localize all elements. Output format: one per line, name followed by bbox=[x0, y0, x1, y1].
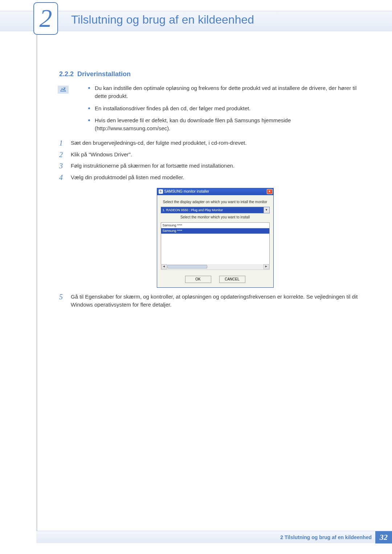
step-text: Følg instruktionerne på skærmen for at f… bbox=[71, 163, 234, 169]
step-number: 3 bbox=[59, 161, 63, 171]
list-item: En installationsdriver findes på den cd,… bbox=[88, 104, 359, 112]
section-heading: 2.2.2 Driverinstallation bbox=[59, 70, 131, 78]
chapter-badge: 2 bbox=[33, 2, 58, 35]
scroll-right-icon[interactable]: ► bbox=[264, 264, 269, 269]
ok-button[interactable]: OK bbox=[185, 276, 211, 283]
installer-title-wrap: S SAMSUNG monitor installer bbox=[159, 189, 209, 194]
installer-window: S SAMSUNG monitor installer × Select the… bbox=[157, 188, 274, 288]
content-area: Du kan indstille den optimale opløsning … bbox=[59, 84, 359, 312]
note-text: En installationsdriver findes på den cd,… bbox=[95, 105, 250, 111]
chapter-number: 2 bbox=[40, 4, 52, 33]
close-icon[interactable]: × bbox=[267, 189, 273, 194]
installer-body: Select the display adapter on which you … bbox=[157, 195, 273, 287]
left-margin-stripe bbox=[36, 11, 37, 543]
adapter-combobox[interactable]: 1. RADEON 9550 : Plug and Play Monitor ▼ bbox=[161, 207, 270, 213]
note-text: Du kan indstille den optimale opløsning … bbox=[95, 85, 356, 99]
list-item[interactable]: Samsung **** bbox=[161, 223, 269, 228]
list-item: 5Gå til Egenskaber for skærm, og kontrol… bbox=[59, 293, 359, 309]
footer-bar: 2 Tilslutning og brug af en kildeenhed 3… bbox=[36, 531, 392, 543]
list-item: 3Følg instruktionerne på skærmen for at … bbox=[59, 162, 359, 170]
step-number: 1 bbox=[59, 138, 63, 148]
step-text: Sæt den brugervejlednings-cd, der fulgte… bbox=[71, 140, 246, 146]
step-text: Klik på "Windows Driver". bbox=[71, 151, 132, 157]
step-number: 5 bbox=[59, 292, 63, 302]
installer-label-monitor: Select the monitor which you want to ins… bbox=[161, 215, 270, 220]
cancel-button[interactable]: CANCEL bbox=[219, 276, 245, 283]
section-title: Driverinstallation bbox=[77, 70, 131, 78]
list-item-selected[interactable]: Samsung **** bbox=[161, 228, 269, 234]
chapter-title: Tilslutning og brug af en kildeenhed bbox=[71, 13, 254, 26]
installer-buttons: OK CANCEL bbox=[161, 276, 270, 283]
note-list: Du kan indstille den optimale opløsning … bbox=[88, 84, 359, 132]
page-number: 32 bbox=[375, 531, 392, 543]
list-item: Du kan indstille den optimale opløsning … bbox=[88, 84, 359, 100]
adapter-value: 1. RADEON 9550 : Plug and Play Monitor bbox=[163, 208, 223, 212]
monitor-listbox[interactable]: Samsung **** Samsung **** bbox=[161, 222, 270, 264]
list-item: 1Sæt den brugervejlednings-cd, der fulgt… bbox=[59, 139, 359, 147]
footer-text: 2 Tilslutning og brug af en kildeenhed bbox=[280, 534, 372, 540]
note-block: Du kan indstille den optimale opløsning … bbox=[59, 84, 359, 132]
step-text: Vælg din produktmodel på listen med mode… bbox=[71, 174, 184, 180]
scroll-left-icon[interactable]: ◄ bbox=[161, 264, 167, 269]
note-icon bbox=[58, 86, 69, 94]
scroll-thumb[interactable] bbox=[167, 265, 207, 268]
chevron-down-icon[interactable]: ▼ bbox=[264, 207, 269, 213]
list-item: Hvis den leverede fil er defekt, kan du … bbox=[88, 116, 359, 132]
note-text: Hvis den leverede fil er defekt, kan du … bbox=[95, 117, 291, 131]
step-number: 2 bbox=[59, 149, 63, 160]
step-number: 4 bbox=[59, 172, 63, 183]
installer-title: SAMSUNG monitor installer bbox=[164, 189, 209, 194]
installer-app-icon: S bbox=[159, 189, 163, 194]
installer-titlebar: S SAMSUNG monitor installer × bbox=[157, 188, 273, 195]
section-number: 2.2.2 bbox=[59, 70, 74, 78]
list-item: 2Klik på "Windows Driver". bbox=[59, 151, 359, 159]
list-item: 4Vælg din produktmodel på listen med mod… bbox=[59, 173, 359, 288]
horizontal-scrollbar[interactable]: ◄ ► bbox=[161, 264, 270, 270]
step-list: 1Sæt den brugervejlednings-cd, der fulgt… bbox=[59, 139, 359, 309]
step-text: Gå til Egenskaber for skærm, og kontroll… bbox=[71, 294, 358, 308]
installer-label-adapter: Select the display adapter on which you … bbox=[161, 200, 270, 205]
